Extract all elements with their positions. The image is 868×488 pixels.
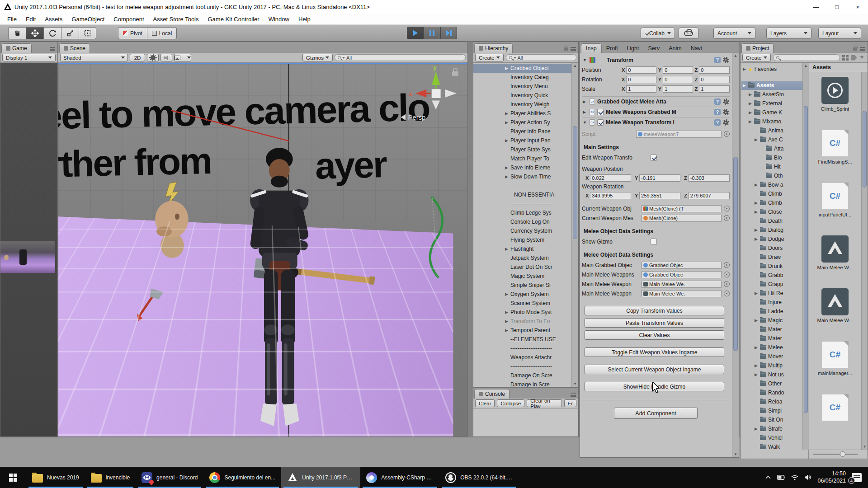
z-field[interactable]: 0: [699, 76, 730, 83]
object-field[interactable]: Main Melee We.: [642, 290, 722, 297]
menu-item[interactable]: Assets: [40, 16, 67, 23]
asset-item[interactable]: Main Melee W...: [817, 235, 853, 270]
expand-arrow-icon[interactable]: ▶: [755, 237, 760, 241]
project-tree-item[interactable]: ▶ ★ Dodge: [741, 235, 802, 244]
transform-component-header[interactable]: Transform ?: [582, 55, 730, 65]
x-field[interactable]: 0.022: [590, 174, 631, 182]
project-tree-item[interactable]: ▶ ★ Strafe: [741, 424, 802, 433]
menu-item[interactable]: Component: [109, 16, 148, 23]
object-picker-icon[interactable]: [724, 272, 730, 277]
project-tree-item[interactable]: ▶ ★ Climb: [741, 198, 802, 207]
menu-item[interactable]: Help: [294, 16, 315, 23]
y-field[interactable]: 1: [663, 85, 693, 93]
expand-arrow-icon[interactable]: ▶: [755, 210, 760, 214]
scrollbar-thumb[interactable]: [863, 111, 867, 188]
inspector-action-button[interactable]: Clear Values: [585, 330, 724, 340]
x-field[interactable]: 0: [626, 66, 656, 74]
menu-item[interactable]: Asset Store Tools: [149, 16, 203, 23]
project-tree-item[interactable]: ▶ ★ Atta: [741, 144, 802, 153]
expand-arrow-icon[interactable]: ▶: [505, 247, 510, 251]
project-tree-item[interactable]: ▶ ★ Assets: [741, 81, 808, 90]
project-tree-item[interactable]: ▶ ★ Death: [741, 216, 802, 225]
expand-arrow-icon[interactable]: [583, 99, 587, 104]
hierarchy-item[interactable]: ▶ Player Action Sy: [473, 118, 571, 127]
scrollbar-thumb[interactable]: [804, 106, 808, 413]
expand-arrow-icon[interactable]: ▶: [505, 292, 510, 296]
cloud-services-button[interactable]: [679, 28, 698, 39]
object-picker-icon[interactable]: [724, 262, 730, 268]
x-field[interactable]: 349.3995: [590, 192, 631, 199]
project-tree-item[interactable]: ▶ ★ Ladde: [741, 307, 802, 316]
taskbar-app-button[interactable]: invencible: [85, 467, 136, 488]
console-toolbar-button[interactable]: Clear on Play: [527, 399, 561, 407]
hierarchy-item[interactable]: ▶ Temporal Parent: [473, 326, 571, 335]
expand-arrow-icon[interactable]: ▶: [755, 183, 760, 187]
project-tree-item[interactable]: ▶ ★ Oth: [741, 171, 802, 180]
axis-y-label[interactable]: y: [433, 64, 437, 71]
rect-tool-button[interactable]: [79, 27, 96, 39]
show-gizmo-checkbox[interactable]: [651, 239, 657, 245]
expand-arrow-icon[interactable]: ▶: [505, 319, 510, 324]
component-enabled-checkbox[interactable]: [597, 109, 604, 115]
action-center-icon[interactable]: 4: [852, 473, 862, 482]
axis-x-label[interactable]: x: [409, 90, 412, 97]
project-tree-item[interactable]: ▶ ★ Dialog: [741, 225, 802, 235]
search-by-type-icon[interactable]: [842, 55, 849, 61]
inspector-action-button[interactable]: Select Current Weapon Object Ingame: [585, 365, 724, 374]
hierarchy-item[interactable]: ▶ Photo Mode Syst: [473, 308, 571, 317]
hierarchy-item[interactable]: ▶ Simple Sniper Si: [473, 281, 571, 290]
tab-hierarchy[interactable]: Hierarchy: [474, 43, 513, 53]
menu-item[interactable]: File: [3, 16, 21, 23]
asset-item[interactable]: inputPanelUI...: [819, 183, 851, 217]
tree-scrollbar[interactable]: [802, 63, 809, 450]
scene-lighting-toggle[interactable]: [147, 54, 159, 61]
project-tree-item[interactable]: ▶ ★ Injure: [741, 298, 802, 307]
console-toolbar-button[interactable]: Collapse: [497, 399, 524, 407]
project-tree-item[interactable]: ▶ ★ Rando: [741, 388, 802, 397]
taskbar-app-button[interactable]: Seguimiento del en...: [203, 467, 281, 488]
hierarchy-item[interactable]: ▶ Slow Down Time: [473, 172, 571, 181]
hierarchy-item[interactable]: ▶ Inventory Weigh: [473, 100, 571, 109]
hierarchy-item[interactable]: ▶ -----------------------: [473, 181, 571, 190]
expand-arrow-icon[interactable]: ▶: [743, 83, 748, 88]
tab-game[interactable]: Game: [1, 43, 32, 53]
create-dropdown[interactable]: Create: [742, 54, 771, 61]
inspector-action-button[interactable]: Copy Transform Values: [585, 306, 724, 315]
expand-arrow-icon[interactable]: ▶: [505, 310, 510, 314]
help-icon[interactable]: ?: [714, 57, 721, 63]
tray-expand-icon[interactable]: [765, 475, 771, 479]
gear-icon[interactable]: [724, 100, 728, 104]
project-tree-item[interactable]: ▶ ★ Grapp: [741, 280, 802, 289]
panel-menu-icon[interactable]: [50, 47, 55, 51]
tab-scene[interactable]: Scene: [59, 43, 90, 53]
project-tree-item[interactable]: ▶ ★ Hit Re: [741, 289, 802, 298]
lock-icon[interactable]: [853, 47, 857, 51]
menu-item[interactable]: Game Kit Controller: [203, 16, 264, 23]
object-field[interactable]: Mesh(Clone) (T: [642, 205, 722, 212]
project-tree-item[interactable]: ▶ ★ Grabb: [741, 271, 802, 280]
object-picker-icon[interactable]: [724, 291, 730, 296]
speaker-icon[interactable]: [804, 474, 811, 480]
hierarchy-item[interactable]: ▶ Inventory Categ: [473, 73, 571, 82]
battery-icon[interactable]: [777, 475, 785, 480]
scrollbar-thumb[interactable]: [573, 126, 577, 239]
hierarchy-item[interactable]: ▶ Damage In Scre: [473, 380, 571, 387]
inspector-scrollbar[interactable]: [732, 53, 739, 457]
scene-audio-toggle[interactable]: [160, 54, 172, 61]
panel-menu-icon[interactable]: [571, 393, 576, 397]
hierarchy-item[interactable]: ▶ Player Abilities S: [473, 109, 571, 118]
project-tree-item[interactable]: ▶ ★ Other: [741, 379, 802, 388]
expand-arrow-icon[interactable]: ▶: [755, 137, 760, 142]
console-toolbar-button[interactable]: Er: [564, 399, 577, 407]
z-field[interactable]: 279.6007: [689, 192, 730, 199]
script-field[interactable]: meleeWeaponT: [636, 131, 722, 138]
project-tree-item[interactable]: ▶ ★ Draw: [741, 253, 802, 262]
project-tree-item[interactable]: ▶ ★ Blo: [741, 153, 802, 162]
hierarchy-item[interactable]: ▶ Console Log On: [473, 217, 571, 226]
layout-dropdown[interactable]: Layout: [818, 28, 861, 39]
y-field[interactable]: -0.191: [639, 174, 680, 182]
y-field[interactable]: 0: [663, 66, 693, 74]
hierarchy-item[interactable]: ▶ Currency System: [473, 226, 571, 235]
hierarchy-item[interactable]: ▶ Scanner System: [473, 299, 571, 308]
expand-arrow-icon[interactable]: ▶: [505, 120, 510, 125]
